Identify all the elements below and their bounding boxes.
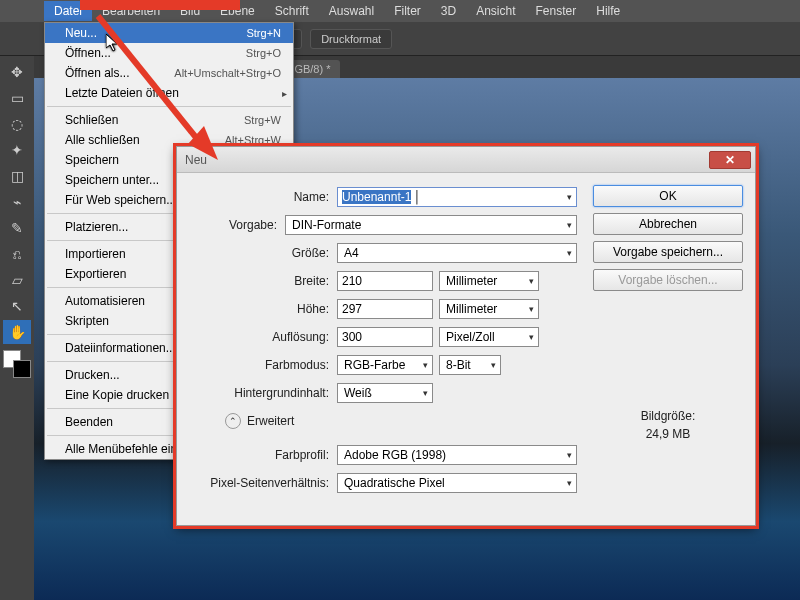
cancel-button[interactable]: Abbrechen <box>593 213 743 235</box>
clone-tool-icon[interactable]: ⎌ <box>3 242 31 266</box>
colormode-select[interactable]: RGB-Farbe <box>337 355 433 375</box>
move-tool-icon[interactable]: ✥ <box>3 60 31 84</box>
height-unit-select[interactable]: Millimeter <box>439 299 539 319</box>
menu-fenster[interactable]: Fenster <box>526 1 587 21</box>
name-input[interactable]: Unbenannt-1│ <box>337 187 577 207</box>
close-icon: ✕ <box>725 153 735 167</box>
new-document-dialog: Neu ✕ Name: Unbenannt-1│ Vorgabe: DIN-Fo… <box>176 146 756 526</box>
height-label: Höhe: <box>177 302 337 316</box>
menubar: DateiBearbeitenBildEbeneSchriftAuswahlFi… <box>0 0 800 22</box>
eyedrop-tool-icon[interactable]: ⌁ <box>3 190 31 214</box>
menu-item[interactable]: SchließenStrg+W <box>45 110 293 130</box>
menu-item[interactable]: Letzte Dateien öffnen <box>45 83 293 103</box>
menu-3d[interactable]: 3D <box>431 1 466 21</box>
height-input[interactable] <box>337 299 433 319</box>
erase-tool-icon[interactable]: ▱ <box>3 268 31 292</box>
menu-separator <box>47 106 291 107</box>
width-label: Breite: <box>177 274 337 288</box>
menu-item[interactable]: Öffnen als...Alt+Umschalt+Strg+O <box>45 63 293 83</box>
size-label: Größe: <box>177 246 337 260</box>
delete-preset-button[interactable]: Vorgabe löschen... <box>593 269 743 291</box>
width-unit-select[interactable]: Millimeter <box>439 271 539 291</box>
preset-label: Vorgabe: <box>177 218 285 232</box>
menu-auswahl[interactable]: Auswahl <box>319 1 384 21</box>
advanced-label: Erweitert <box>247 414 294 428</box>
resolution-unit-select[interactable]: Pixel/Zoll <box>439 327 539 347</box>
width-input[interactable] <box>337 271 433 291</box>
colorprofile-label: Farbprofil: <box>177 448 337 462</box>
crop-tool-icon[interactable]: ◫ <box>3 164 31 188</box>
ok-button[interactable]: OK <box>593 185 743 207</box>
resolution-input[interactable] <box>337 327 433 347</box>
resolution-label: Auflösung: <box>177 330 337 344</box>
close-button[interactable]: ✕ <box>709 151 751 169</box>
path-tool-icon[interactable]: ↖ <box>3 294 31 318</box>
image-size-info: Bildgröße: 24,9 MB <box>593 407 743 443</box>
menu-item[interactable]: Öffnen...Strg+O <box>45 43 293 63</box>
toolbox: ✥ ▭ ◌ ✦ ◫ ⌁ ✎ ⎌ ▱ ↖ ✋ <box>0 56 34 600</box>
wand-tool-icon[interactable]: ✦ <box>3 138 31 162</box>
menu-ansicht[interactable]: Ansicht <box>466 1 525 21</box>
size-select[interactable]: A4 <box>337 243 577 263</box>
pixelaspect-select[interactable]: Quadratische Pixel <box>337 473 577 493</box>
name-label: Name: <box>177 190 337 204</box>
options-button[interactable]: Druckformat <box>310 29 392 49</box>
dialog-title: Neu <box>185 153 207 167</box>
preset-select[interactable]: DIN-Formate <box>285 215 577 235</box>
hand-tool-icon[interactable]: ✋ <box>3 320 31 344</box>
menu-bearbeiten[interactable]: Bearbeiten <box>92 1 170 21</box>
pixelaspect-label: Pixel-Seitenverhältnis: <box>177 476 337 490</box>
form-area: Name: Unbenannt-1│ Vorgabe: DIN-Formate … <box>177 183 593 515</box>
menu-filter[interactable]: Filter <box>384 1 431 21</box>
menu-datei[interactable]: Datei <box>44 1 92 21</box>
menu-bild[interactable]: Bild <box>170 1 210 21</box>
colormode-label: Farbmodus: <box>177 358 337 372</box>
menu-hilfe[interactable]: Hilfe <box>586 1 630 21</box>
background-label: Hintergrundinhalt: <box>177 386 337 400</box>
background-select[interactable]: Weiß <box>337 383 433 403</box>
dialog-titlebar[interactable]: Neu ✕ <box>177 147 755 173</box>
menu-ebene[interactable]: Ebene <box>210 1 265 21</box>
save-preset-button[interactable]: Vorgabe speichern... <box>593 241 743 263</box>
menu-schrift[interactable]: Schrift <box>265 1 319 21</box>
color-swatches[interactable] <box>3 350 31 378</box>
marquee-tool-icon[interactable]: ▭ <box>3 86 31 110</box>
background-swatch[interactable] <box>13 360 31 378</box>
advanced-toggle-icon[interactable]: ⌃ <box>225 413 241 429</box>
menu-item[interactable]: Neu...Strg+N <box>45 23 293 43</box>
lasso-tool-icon[interactable]: ◌ <box>3 112 31 136</box>
colorprofile-select[interactable]: Adobe RGB (1998) <box>337 445 577 465</box>
bitdepth-select[interactable]: 8-Bit <box>439 355 501 375</box>
button-column: OK Abbrechen Vorgabe speichern... Vorgab… <box>593 183 743 515</box>
brush-tool-icon[interactable]: ✎ <box>3 216 31 240</box>
